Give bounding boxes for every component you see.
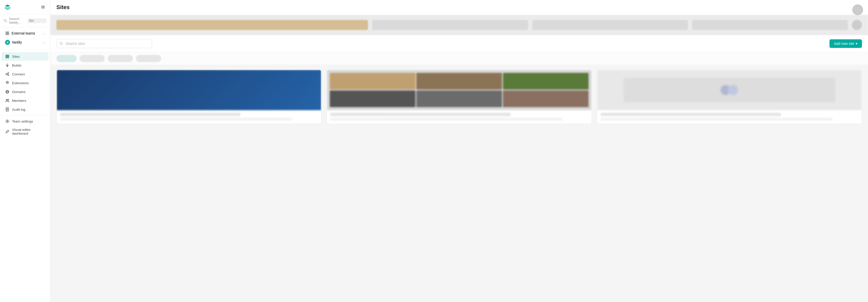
svg-point-13 — [8, 73, 9, 74]
audit-log-label: Audit log — [12, 108, 25, 111]
search-sites-input[interactable] — [56, 39, 152, 48]
svg-line-4 — [6, 22, 7, 22]
site-card-info-1 — [57, 110, 321, 124]
netlify-team-label: Netlify — [12, 40, 22, 44]
svg-line-15 — [7, 73, 8, 74]
content-area: Add new site ▾ — [50, 15, 868, 302]
user-avatar[interactable] — [852, 4, 863, 15]
settings-icon — [5, 119, 9, 123]
sidebar-toggle-button[interactable] — [40, 4, 46, 10]
visual-editor-label: Visual editor dashboard — [12, 128, 45, 135]
site-card-name-2 — [330, 113, 510, 116]
site-card-info-2 — [327, 110, 591, 124]
grid-icon — [5, 31, 9, 35]
filter-chip-3 — [136, 55, 161, 62]
site-card-name-1 — [60, 113, 240, 116]
site-card-url-1 — [60, 118, 292, 121]
svg-rect-0 — [41, 6, 45, 6]
global-search-label: Search Netlify... — [9, 17, 25, 24]
svg-point-21 — [8, 99, 9, 100]
global-search[interactable]: Search Netlify... ⌘K — [0, 15, 50, 27]
sites-toolbar: Add new site ▾ — [50, 35, 868, 52]
members-label: Members — [12, 99, 26, 103]
search-input-wrapper — [56, 39, 152, 48]
external-teams-left: External teams — [5, 31, 35, 35]
svg-rect-10 — [6, 56, 9, 57]
teams-section: External teams ⌄ N Netlify ⌄ — [0, 27, 50, 49]
svg-rect-1 — [41, 7, 45, 7]
svg-point-26 — [7, 121, 8, 122]
chevron-down-icon: ▾ — [856, 42, 858, 46]
netlify-team-icon: N — [5, 40, 10, 45]
preview-thumb-5 — [416, 90, 502, 107]
svg-rect-11 — [6, 57, 9, 58]
add-new-site-button[interactable]: Add new site ▾ — [830, 39, 862, 48]
svg-rect-8 — [7, 33, 9, 35]
builds-label: Builds — [12, 63, 22, 67]
sites-label: Sites — [12, 55, 20, 58]
site-preview-blue — [57, 70, 321, 110]
svg-line-28 — [62, 44, 63, 45]
sidebar-item-domains[interactable]: Domains — [1, 87, 49, 96]
filter-chip-active — [56, 55, 76, 62]
sidebar-item-builds[interactable]: Builds — [1, 61, 49, 70]
site-card-name-3 — [601, 113, 781, 116]
search-shortcut: ⌘K — [27, 19, 47, 23]
sidebar-item-visual-editor[interactable]: Visual editor dashboard — [1, 126, 49, 137]
members-icon — [5, 98, 9, 103]
banner-item-2 — [372, 20, 528, 30]
sidebar-item-connect[interactable]: Connect — [1, 70, 49, 78]
netlify-team-left: N Netlify — [5, 40, 22, 45]
sidebar-item-external-teams[interactable]: External teams ⌄ — [1, 29, 49, 37]
nav-divider-2 — [0, 115, 50, 115]
sidebar-item-extensions[interactable]: Extensions — [1, 79, 49, 87]
pencil-icon — [5, 129, 9, 134]
preview-thumb-1 — [330, 73, 415, 89]
search-icon — [3, 19, 7, 22]
connect-icon — [5, 72, 9, 76]
page-title: Sites — [56, 4, 862, 10]
external-teams-expand-icon: ⌄ — [42, 31, 45, 35]
netlify-team-expand-icon: ⌄ — [42, 40, 45, 44]
sidebar-item-members[interactable]: Members — [1, 96, 49, 105]
site-card-info-3 — [597, 110, 862, 124]
extensions-icon — [5, 81, 9, 85]
banner-item-4 — [692, 20, 848, 30]
site-preview-third — [597, 70, 862, 110]
team-settings-label: Team settings — [12, 119, 33, 123]
layers-icon — [5, 54, 9, 59]
main-nav: Sites Builds Connect — [0, 52, 50, 138]
banner-avatar — [852, 20, 862, 30]
zap-icon — [5, 63, 9, 67]
netlify-logo — [4, 3, 11, 10]
site-card[interactable] — [56, 70, 321, 124]
svg-rect-9 — [6, 55, 9, 56]
sidebar-item-sites[interactable]: Sites — [1, 52, 49, 61]
search-sites-icon — [59, 42, 63, 45]
banner-item-main — [56, 20, 368, 30]
external-teams-label: External teams — [11, 31, 35, 35]
sidebar-item-team-settings[interactable]: Team settings — [1, 117, 49, 126]
svg-point-27 — [60, 43, 62, 45]
filter-chip-1 — [80, 55, 105, 62]
main-content: Sites Add — [50, 0, 868, 302]
site-card[interactable] — [597, 70, 862, 124]
extensions-label: Extensions — [12, 81, 29, 85]
site-card[interactable] — [327, 70, 592, 124]
sites-grid — [50, 64, 868, 129]
svg-rect-2 — [41, 8, 45, 8]
filter-row — [50, 52, 868, 64]
sidebar: Search Netlify... ⌘K External teams ⌄ — [0, 0, 50, 302]
sidebar-item-netlify-team[interactable]: N Netlify ⌄ — [1, 38, 49, 47]
sidebar-item-audit-log[interactable]: Audit log — [1, 105, 49, 114]
svg-rect-5 — [6, 32, 7, 33]
preview-thumb-6 — [503, 90, 589, 107]
globe-icon — [5, 89, 9, 94]
svg-point-3 — [4, 20, 6, 22]
preview-thumb-4 — [330, 90, 415, 107]
main-wrapper: Sites Add — [50, 0, 868, 302]
svg-point-14 — [8, 75, 9, 76]
preview-thumb-2 — [416, 73, 502, 89]
svg-rect-7 — [6, 33, 7, 35]
sidebar-header — [0, 0, 50, 15]
